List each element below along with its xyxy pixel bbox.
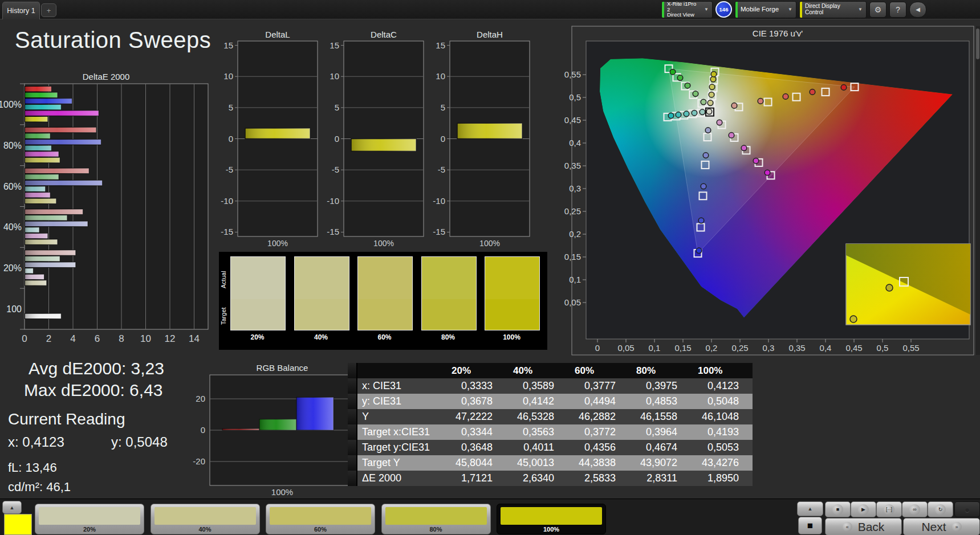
series-button[interactable]: [··] [876, 501, 902, 517]
loop-button[interactable]: ↻ [928, 501, 953, 517]
meter-count-badge[interactable]: 146 [715, 1, 732, 18]
svg-text:0,25: 0,25 [564, 206, 581, 216]
stop-button[interactable]: ■ [825, 501, 851, 517]
play-icon: ▶ [858, 504, 869, 515]
svg-text:-20: -20 [193, 456, 205, 466]
patch-color [39, 507, 140, 525]
green-target-marker [673, 73, 681, 81]
svg-text:0,2: 0,2 [706, 343, 718, 353]
blue-target-marker [702, 161, 709, 169]
table-cell: 0,3772 [568, 424, 629, 440]
table-cell: 0,4193 [691, 424, 753, 440]
magenta-measured-marker [729, 133, 734, 138]
arrow-left-icon: ◀ [916, 6, 920, 13]
play-button[interactable]: ▶ [851, 501, 876, 517]
svg-text:15: 15 [223, 40, 233, 50]
yellow-target-marker [711, 68, 719, 76]
svg-text:0,3: 0,3 [763, 343, 775, 353]
patch-button-20%[interactable]: 20% [35, 504, 144, 534]
current-cdm2: cd/m²: 46,1 [8, 480, 71, 495]
measurement-table: 20%40%60%80%100%x: CIE310,33330,35890,37… [348, 363, 753, 486]
magenta-target-marker [743, 146, 750, 154]
chevron-right-icon: » [952, 522, 962, 532]
collapse-transport-button[interactable]: ▲ [797, 501, 823, 516]
chevron-down-icon: ▼ [703, 7, 712, 12]
table-cell: 45,0013 [506, 455, 568, 471]
patch-button-80%[interactable]: 80% [381, 504, 491, 534]
deltaC-chart: DeltaC151050-5-10-15100% [327, 30, 424, 248]
table-cell: 0,4123 [691, 378, 753, 394]
white-target-marker [706, 108, 714, 116]
patch-button-100%[interactable]: 100% [497, 504, 606, 534]
inset-measured-marker [850, 316, 857, 322]
svg-text:DeltaE 2000: DeltaE 2000 [83, 72, 130, 81]
table-cell: 0,3975 [629, 378, 691, 394]
current-y: y: 0,5048 [111, 434, 168, 450]
record-button[interactable]: ● [954, 501, 980, 517]
svg-text:0,1: 0,1 [569, 275, 581, 284]
stop-measure-button[interactable]: ■ [798, 517, 822, 534]
svg-text:6: 6 [95, 333, 100, 344]
settings-button[interactable]: ⚙ [869, 2, 887, 18]
svg-text:15: 15 [330, 40, 339, 50]
table-cell: 45,8044 [445, 455, 506, 471]
patch-button-60%[interactable]: 60% [266, 504, 375, 534]
svg-text:-5: -5 [226, 165, 233, 174]
svg-text:0: 0 [22, 333, 27, 344]
collapse-panel-button[interactable]: ◀ [909, 2, 926, 18]
table-cell: 46,1558 [629, 409, 691, 424]
tab-history-1[interactable]: History 1 [2, 2, 40, 19]
svg-text:60%: 60% [3, 182, 22, 191]
help-button[interactable]: ? [889, 2, 906, 18]
cie-scrollbar[interactable] [975, 26, 980, 355]
blue-measured-marker [705, 128, 711, 133]
target-swatch [422, 299, 476, 330]
svg-text:10: 10 [140, 333, 151, 344]
green-measured-marker [670, 69, 676, 75]
svg-text:40%: 40% [3, 222, 22, 232]
blue-target-marker [697, 224, 705, 231]
svg-text:0: 0 [335, 134, 339, 144]
source-label: Mobile Forge [738, 6, 787, 13]
green-measured-marker [701, 99, 706, 105]
collapse-patch-bar-button[interactable]: ▲ [2, 501, 22, 514]
calman-window: History 1 + X-Rite i1Pro 2Direct View ▼ … [0, 0, 980, 535]
bottom-bar: ▲ 20%40%60%80%100% ▲ ■ ● « Back Next » ■… [0, 499, 980, 535]
svg-text:0,55: 0,55 [902, 343, 919, 353]
add-tab-button[interactable]: + [41, 3, 56, 17]
green-measured-marker [693, 91, 698, 97]
svg-text:RGB Balance: RGB Balance [257, 363, 308, 373]
svg-text:80%: 80% [3, 141, 22, 150]
svg-text:0,1: 0,1 [649, 343, 661, 353]
max-de2000: Max dE2000: 6,43 [24, 381, 163, 400]
meter-dropdown[interactable]: X-Rite i1Pro 2Direct View ▼ [661, 1, 713, 18]
display-control-dropdown[interactable]: Direct Display Control ▼ [799, 1, 867, 18]
magenta-measured-marker [741, 145, 747, 151]
deltae2000-chart: DeltaE 200002468101214100%80%60%40%20%10… [0, 72, 208, 344]
table-cell: 44,3838 [568, 455, 629, 471]
cie-scrollbar-thumb[interactable] [976, 28, 979, 59]
table-col-header: 60% [568, 363, 629, 378]
red-measured-marker [783, 94, 788, 100]
svg-text:20: 20 [196, 394, 205, 403]
source-dropdown[interactable]: Mobile Forge ▼ [735, 1, 796, 18]
table-cell: 0,3333 [445, 378, 506, 394]
table-cell: 2,8311 [629, 471, 691, 486]
svg-text:DeltaH: DeltaH [477, 30, 503, 39]
compare-swatch-label: 20% [230, 333, 284, 341]
back-button[interactable]: « Back [825, 518, 902, 535]
cyan-target-marker [681, 112, 688, 119]
svg-text:100%: 100% [373, 239, 394, 248]
table-col-header: 80% [629, 363, 691, 378]
cyan-target-marker [664, 113, 672, 121]
table-cell: 43,9072 [629, 455, 691, 471]
compare-swatch-40% [294, 256, 349, 330]
compare-swatch-label: 100% [485, 333, 539, 341]
table-cell: 0,4853 [629, 394, 691, 409]
table-cell: 0,4356 [568, 440, 629, 455]
compare-swatch-100% [485, 256, 540, 330]
patch-button-40%[interactable]: 40% [151, 504, 260, 534]
next-button[interactable]: Next » [903, 518, 980, 535]
continuous-button[interactable]: ∞ [902, 501, 928, 517]
blue-target-marker [704, 133, 711, 141]
